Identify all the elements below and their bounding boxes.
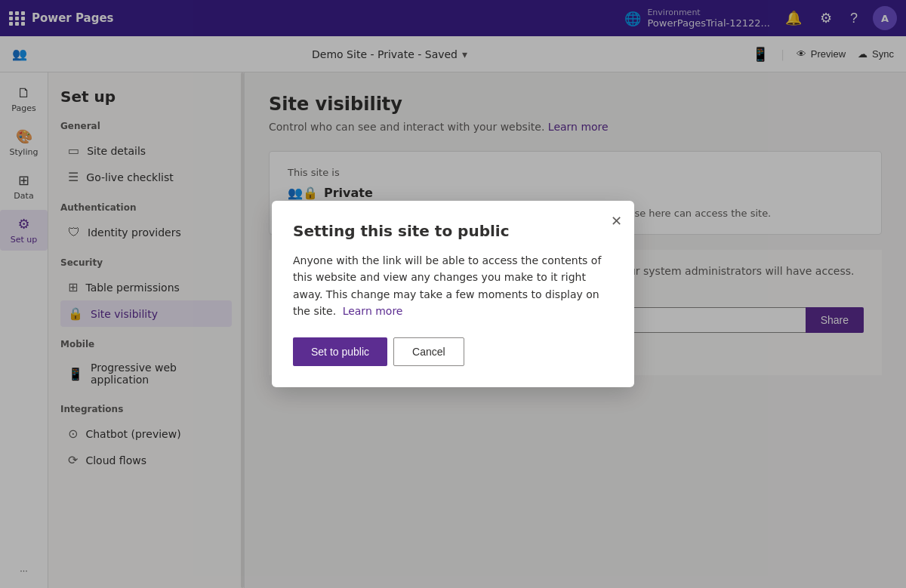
modal-learn-more-link[interactable]: Learn more bbox=[343, 305, 403, 317]
modal-dialog: ✕ Setting this site to public Anyone wit… bbox=[272, 201, 634, 388]
modal-body: Anyone with the link will be able to acc… bbox=[293, 252, 613, 320]
modal-overlay[interactable]: ✕ Setting this site to public Anyone wit… bbox=[0, 0, 906, 588]
modal-actions: Set to public Cancel bbox=[293, 337, 613, 366]
modal-title: Setting this site to public bbox=[293, 222, 613, 240]
cancel-button[interactable]: Cancel bbox=[393, 337, 464, 366]
set-to-public-button[interactable]: Set to public bbox=[293, 337, 387, 366]
modal-close-button[interactable]: ✕ bbox=[611, 213, 622, 229]
